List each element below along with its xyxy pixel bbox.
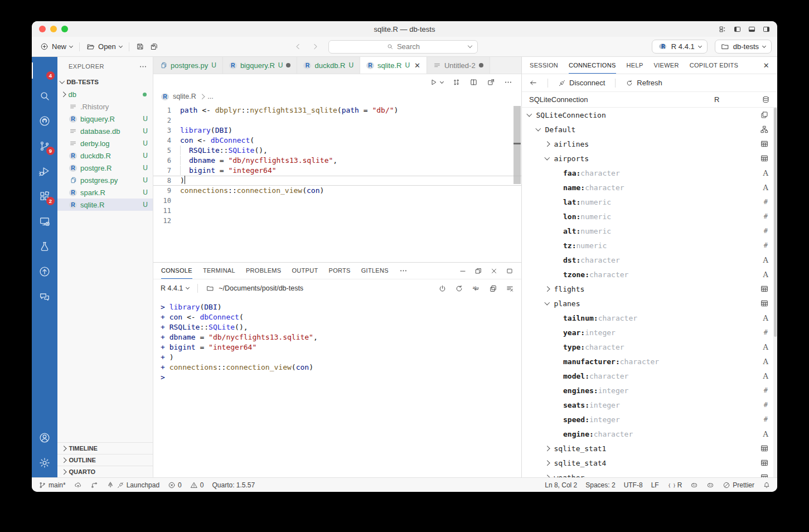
- panel-tab-ports[interactable]: PORTS: [329, 263, 351, 279]
- status-git-branch[interactable]: main*: [38, 481, 66, 489]
- status-copilot-2[interactable]: [706, 481, 714, 489]
- breadcrumb-file[interactable]: sqlite.R: [173, 93, 196, 100]
- connections-node-engines[interactable]: engines : integer#: [522, 383, 777, 398]
- explorer-item-postgres.py[interactable]: postgres.pyU: [57, 174, 153, 186]
- back-button[interactable]: [529, 79, 537, 87]
- panel-tab-console[interactable]: CONSOLE: [161, 263, 192, 279]
- source-script-button[interactable]: [452, 78, 461, 86]
- connections-node-type[interactable]: type : characterA: [522, 340, 777, 354]
- interrupt-power-button[interactable]: [438, 284, 447, 293]
- connections-node-lon[interactable]: lon : numeric#: [522, 209, 777, 224]
- interpreter-selector[interactable]: R R 4.4.1: [652, 40, 708, 54]
- status-language-mode[interactable]: { }R: [667, 481, 682, 489]
- connections-node-flights[interactable]: flights: [522, 282, 777, 296]
- search-input[interactable]: Search: [328, 40, 478, 54]
- disconnect-button[interactable]: Disconnect: [558, 79, 605, 87]
- activity-publish[interactable]: [32, 259, 57, 284]
- close-secondary-panel-icon[interactable]: ✕: [763, 61, 769, 70]
- more-actions-icon[interactable]: [139, 62, 147, 71]
- minimize-window-button[interactable]: [50, 26, 57, 32]
- new-button[interactable]: New: [37, 41, 75, 52]
- sidebar-section-outline[interactable]: OUTLINE: [57, 454, 153, 466]
- connections-node-manufacturer[interactable]: manufacturer : characterA: [522, 354, 777, 369]
- status-eol[interactable]: LF: [651, 481, 659, 489]
- code-line-9[interactable]: 9connections::connection_view(con): [153, 186, 521, 196]
- connections-node-name[interactable]: name : characterA: [522, 180, 777, 195]
- status-graph[interactable]: [90, 481, 98, 489]
- code-line-10[interactable]: 10: [153, 196, 521, 206]
- more-panel-tabs-icon[interactable]: [399, 267, 408, 275]
- refresh-button[interactable]: Refresh: [626, 79, 662, 87]
- code-line-6[interactable]: 6dbname = "db/nycflights13.sqlite",: [153, 156, 521, 166]
- connections-node-airports[interactable]: airports: [522, 151, 777, 166]
- status-warnings[interactable]: 0: [190, 481, 204, 489]
- activity-account[interactable]: [32, 425, 57, 450]
- workspace-selector[interactable]: db-tests: [715, 40, 772, 54]
- editor-tab-duckdb.R[interactable]: Rduckdb.RU: [297, 57, 360, 74]
- code-line-2[interactable]: 2: [153, 115, 521, 125]
- sidebar-section-timeline[interactable]: TIMELINE: [57, 442, 153, 454]
- run-file-button[interactable]: [429, 78, 443, 86]
- editor-tab-bigquery.R[interactable]: Rbigquery.RU: [223, 57, 298, 74]
- explorer-item-sqlite.R[interactable]: Rsqlite.RU: [57, 199, 153, 211]
- editor[interactable]: R sqlite.R ... 1path <- dbplyr::nycfligh…: [153, 74, 521, 262]
- explorer-item-duckdb.R[interactable]: Rduckdb.RU: [57, 149, 153, 162]
- editor-tab-Untitled-2[interactable]: Untitled-2: [427, 57, 490, 74]
- explorer-item-.Rhistory[interactable]: .Rhistory: [57, 100, 153, 113]
- console-output[interactable]: > library(DBI)+ con <- dbConnect(+ RSQLi…: [153, 297, 521, 477]
- connections-node-faa[interactable]: faa : characterA: [522, 166, 777, 180]
- open-button[interactable]: Open: [84, 41, 125, 52]
- close-tab-icon[interactable]: ✕: [414, 61, 420, 70]
- explorer-root-folder[interactable]: DB-TESTS: [57, 76, 153, 88]
- code-line-5[interactable]: 5RSQLite::SQLite(),: [153, 146, 521, 156]
- connections-node-dst[interactable]: dst : characterA: [522, 253, 777, 267]
- status-quarto-version[interactable]: Quarto: 1.5.57: [212, 481, 255, 489]
- word-wrap-button[interactable]: ab: [472, 284, 481, 293]
- code-line-1[interactable]: 1path <- dbplyr::nycflights131_sqlite(pa…: [153, 105, 521, 115]
- panel-layout-button[interactable]: [506, 267, 514, 275]
- activity-run-debug[interactable]: [32, 158, 57, 183]
- status-publish-changes[interactable]: [74, 481, 82, 489]
- secondary-tab-help[interactable]: HELP: [627, 57, 643, 74]
- connections-node-speed[interactable]: speed : integer#: [522, 412, 777, 427]
- activity-github[interactable]: [32, 108, 57, 133]
- secondary-tab-viewer[interactable]: VIEWER: [654, 57, 679, 74]
- status-prettier[interactable]: Prettier: [723, 481, 754, 489]
- zoom-window-button[interactable]: [61, 26, 68, 32]
- editor-scrollbar[interactable]: [514, 106, 521, 184]
- activity-settings[interactable]: [32, 450, 57, 475]
- explorer-item-bigquery.R[interactable]: Rbigquery.RU: [57, 113, 153, 125]
- sidebar-section-quarto[interactable]: QUARTO: [57, 466, 153, 477]
- connections-scrollbar[interactable]: [773, 108, 777, 477]
- connections-node-lat[interactable]: lat : numeric#: [522, 195, 777, 209]
- save-button[interactable]: [133, 41, 147, 52]
- explorer-item-derby.log[interactable]: derby.logU: [57, 137, 153, 149]
- code-area[interactable]: 1path <- dbplyr::nycflights131_sqlite(pa…: [153, 105, 521, 226]
- code-line-4[interactable]: 4con <- dbConnect(: [153, 136, 521, 146]
- explorer-item-postgre.R[interactable]: Rpostgre.RU: [57, 162, 153, 174]
- status-cursor-position[interactable]: Ln 8, Col 2: [545, 481, 577, 489]
- connections-node-engine[interactable]: engine : characterA: [522, 427, 777, 441]
- editor-tab-sqlite.R[interactable]: Rsqlite.RU✕: [360, 57, 427, 74]
- explorer-item-spark.R[interactable]: Rspark.RU: [57, 186, 153, 199]
- clear-console-button[interactable]: [506, 284, 514, 293]
- activity-extensions[interactable]: 2: [32, 183, 57, 209]
- code-line-3[interactable]: 3library(DBI): [153, 125, 521, 136]
- panel-tab-problems[interactable]: PROBLEMS: [246, 263, 282, 279]
- connections-node-weather[interactable]: weather: [522, 470, 777, 477]
- connections-node-tailnum[interactable]: tailnum : characterA: [522, 311, 777, 325]
- connections-node-SQLiteConnection[interactable]: SQLiteConnection: [522, 108, 777, 122]
- console-interpreter-selector[interactable]: R 4.4.1: [161, 284, 189, 292]
- close-panel-button[interactable]: [490, 267, 498, 275]
- save-all-button[interactable]: [147, 41, 161, 52]
- connections-node-Default[interactable]: Default: [522, 122, 777, 137]
- connections-node-sqlite_stat4[interactable]: sqlite_stat4: [522, 456, 777, 470]
- restart-r-button[interactable]: [455, 284, 463, 293]
- code-line-12[interactable]: 12: [153, 216, 521, 226]
- secondary-tab-session[interactable]: SESSION: [530, 57, 558, 74]
- activity-explorer[interactable]: 4: [32, 58, 57, 83]
- open-in-new-window-button[interactable]: [487, 78, 495, 86]
- connections-node-alt[interactable]: alt : numeric#: [522, 224, 777, 238]
- breadcrumb[interactable]: R sqlite.R ...: [161, 93, 214, 100]
- customize-layout-button[interactable]: [719, 25, 727, 33]
